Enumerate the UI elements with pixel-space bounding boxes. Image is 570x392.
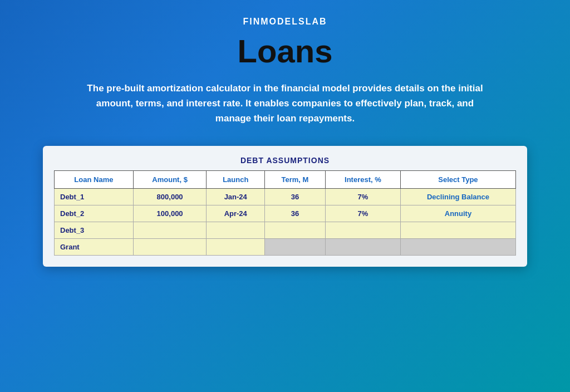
cell-launch: Jan-24	[207, 188, 265, 205]
cell-type	[400, 238, 515, 255]
table-row: Debt_3	[55, 222, 516, 238]
section-title: DEBT ASSUMPTIONS	[54, 156, 516, 165]
col-launch: Launch	[207, 170, 265, 188]
cell-type: Declining Balance	[400, 188, 515, 205]
cell-name: Debt_3	[55, 222, 134, 238]
col-loan-name: Loan Name	[55, 170, 134, 188]
cell-term: 36	[265, 205, 326, 222]
cell-amount: 800,000	[133, 188, 207, 205]
table-row: Debt_2100,000Apr-24367%Annuity	[55, 205, 516, 222]
col-term: Term, M	[265, 170, 326, 188]
cell-name: Grant	[55, 238, 134, 255]
cell-term	[265, 238, 326, 255]
table-row: Grant	[55, 238, 516, 255]
cell-type	[400, 222, 515, 238]
table-header-row: Loan Name Amount, $ Launch Term, M Inter…	[55, 170, 516, 188]
cell-amount	[133, 222, 207, 238]
cell-name: Debt_1	[55, 188, 134, 205]
col-amount: Amount, $	[133, 170, 207, 188]
cell-interest: 7%	[325, 188, 400, 205]
brand-label: FINMODELSLAB	[243, 17, 327, 27]
table-container: DEBT ASSUMPTIONS Loan Name Amount, $ Lau…	[43, 146, 527, 267]
description-text: The pre-built amortization calculator in…	[85, 81, 485, 126]
col-interest: Interest, %	[325, 170, 400, 188]
cell-launch	[207, 238, 265, 255]
cell-amount: 100,000	[133, 205, 207, 222]
cell-interest	[325, 222, 400, 238]
cell-name: Debt_2	[55, 205, 134, 222]
debt-assumptions-table: Loan Name Amount, $ Launch Term, M Inter…	[54, 170, 516, 256]
col-select-type: Select Type	[400, 170, 515, 188]
cell-term	[265, 222, 326, 238]
cell-interest: 7%	[325, 205, 400, 222]
cell-launch	[207, 222, 265, 238]
cell-amount	[133, 238, 207, 255]
cell-type: Annuity	[400, 205, 515, 222]
cell-interest	[325, 238, 400, 255]
cell-launch: Apr-24	[207, 205, 265, 222]
cell-term: 36	[265, 188, 326, 205]
page-title: Loans	[238, 32, 333, 70]
table-row: Debt_1800,000Jan-24367%Declining Balance	[55, 188, 516, 205]
